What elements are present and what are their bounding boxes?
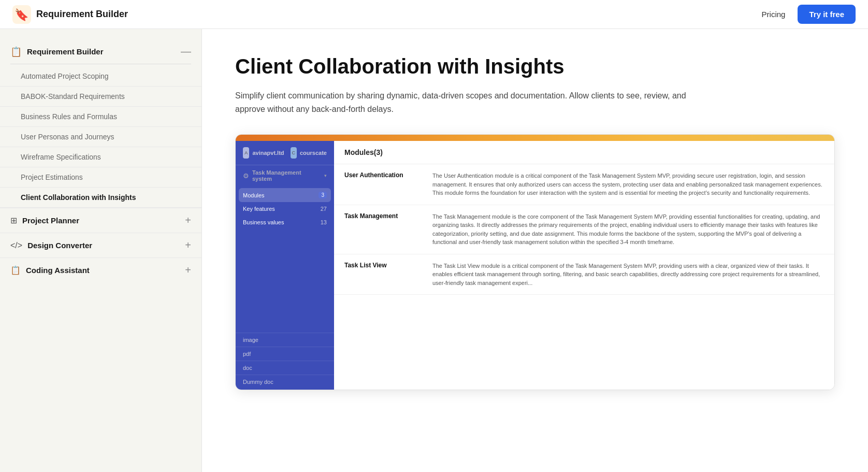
- sidebar-section-design-converter-left: </> Design Converter: [10, 241, 92, 250]
- screenshot-file-pdf[interactable]: pdf: [236, 347, 334, 361]
- screenshot-project-name: Task Management system: [252, 169, 321, 182]
- project-chevron-icon: ▾: [324, 173, 327, 178]
- screenshot-menu-item-business-values-left: Business values: [243, 219, 284, 225]
- page-title: Client Collaboration with Insights: [235, 54, 835, 79]
- module-desc-user-auth: The User Authentication module is a crit…: [422, 164, 834, 205]
- screenshot-menu-item-key-features-left: Key features: [243, 206, 275, 212]
- project-planner-expand-icon[interactable]: +: [185, 214, 191, 226]
- sidebar-header-left: 📋 Requirement Builder: [10, 46, 104, 58]
- sidebar-header-icon: 📋: [10, 46, 22, 58]
- screenshot-modules-header: Modules(3): [334, 141, 834, 164]
- sidebar-item-project-estimations[interactable]: Project Estimations: [0, 167, 201, 188]
- screenshot-menu-business-values-count: 13: [321, 219, 327, 225]
- project-icon: ⚙: [243, 172, 249, 180]
- screenshot-modules-table: User Authentication The User Authenticat…: [334, 164, 834, 295]
- design-converter-expand-icon[interactable]: +: [185, 239, 191, 251]
- screenshot-top-bar-decoration: [236, 135, 834, 141]
- sidebar-collapse-button[interactable]: —: [181, 46, 191, 58]
- screenshot-menu-item-business-values[interactable]: Business values 13: [236, 216, 334, 229]
- pricing-link[interactable]: Pricing: [762, 10, 786, 19]
- module-name-task-list-view: Task List View: [334, 254, 422, 295]
- sidebar-item-business-rules-and-formulas[interactable]: Business Rules and Formulas: [0, 107, 201, 127]
- screenshot-left-sidebar: A avinapvt.ltd C courscate: [236, 141, 334, 390]
- coding-assistant-expand-icon[interactable]: +: [185, 264, 191, 276]
- sidebar: 📋 Requirement Builder — Automated Projec…: [0, 29, 202, 472]
- app-title: Requirement Builder: [36, 9, 128, 20]
- screenshot-menu-modules-label: Modules: [243, 192, 265, 198]
- screenshot-avatar-img-2: C: [291, 147, 297, 159]
- table-row: User Authentication The User Authenticat…: [334, 164, 834, 205]
- screenshot-brand-name-2: courscate: [300, 150, 327, 156]
- module-name-user-auth: User Authentication: [334, 164, 422, 205]
- table-row: Task Management The Task Management modu…: [334, 205, 834, 254]
- top-navigation: 🔖 Requirement Builder Pricing Try it fre…: [0, 0, 868, 29]
- sidebar-section-project-planner-label: Project Planner: [22, 216, 79, 225]
- sidebar-nav-items: Automated Project Scoping BABOK-Standard…: [0, 66, 201, 208]
- sidebar-section-design-converter[interactable]: </> Design Converter +: [0, 233, 201, 258]
- screenshot-right-content: Modules(3) User Authentication The User …: [334, 141, 834, 390]
- screenshot-menu-key-features-label: Key features: [243, 206, 275, 212]
- page-description: Simplify client communication by sharing…: [235, 89, 701, 116]
- app-logo-icon: 🔖: [12, 5, 31, 24]
- screenshot-menu-key-features-count: 27: [321, 206, 327, 212]
- sidebar-section-project-planner-left: ⊞ Project Planner: [10, 216, 79, 225]
- screenshot-file-image[interactable]: image: [236, 333, 334, 347]
- sidebar-divider: [10, 64, 191, 64]
- screenshot-menu-item-modules-left: Modules: [243, 192, 265, 198]
- sidebar-header-title: Requirement Builder: [27, 47, 104, 56]
- sidebar-section-coding-assistant-label: Coding Assistant: [26, 266, 90, 275]
- sidebar-header: 📋 Requirement Builder —: [0, 41, 201, 62]
- screenshot-file-doc[interactable]: doc: [236, 361, 334, 375]
- topnav-right: Pricing Try it free: [762, 5, 856, 24]
- screenshot-files: image pdf doc Dummy doc: [236, 333, 334, 389]
- screenshot-avatar-1: A: [243, 147, 249, 159]
- sidebar-item-babok-standard-requirements[interactable]: BABOK-Standard Requirements: [0, 87, 201, 107]
- main-layout: 📋 Requirement Builder — Automated Projec…: [0, 29, 868, 472]
- sidebar-section-coding-assistant-left: 📋 Coding Assistant: [10, 265, 90, 275]
- main-content: Client Collaboration with Insights Simpl…: [202, 29, 868, 472]
- module-name-task-management: Task Management: [334, 205, 422, 254]
- module-desc-task-management: The Task Management module is the core c…: [422, 205, 834, 254]
- coding-assistant-icon: 📋: [10, 265, 21, 275]
- sidebar-section-coding-assistant[interactable]: 📋 Coding Assistant +: [0, 258, 201, 282]
- sidebar-item-user-personas-and-journeys[interactable]: User Personas and Journeys: [0, 127, 201, 147]
- screenshot-project-selector[interactable]: ⚙ Task Management system ▾: [236, 165, 334, 186]
- screenshot-menu-modules-badge: 3: [319, 192, 327, 198]
- table-row: Task List View The Task List View module…: [334, 254, 834, 295]
- topnav-left: 🔖 Requirement Builder: [12, 5, 128, 24]
- screenshot-file-dummy-doc[interactable]: Dummy doc: [236, 375, 334, 389]
- sidebar-section-design-converter-label: Design Converter: [27, 241, 92, 250]
- module-desc-task-list-view: The Task List View module is a critical …: [422, 254, 834, 295]
- design-converter-icon: </>: [10, 241, 22, 250]
- sidebar-item-client-collaboration-with-insights[interactable]: Client Collaboration with Insights: [0, 188, 201, 208]
- screenshot-brand-name-1: avinapvt.ltd: [252, 150, 284, 156]
- screenshot-avatar-2: C: [291, 147, 297, 159]
- screenshot-menu-item-key-features[interactable]: Key features 27: [236, 202, 334, 216]
- screenshot-menu-business-values-label: Business values: [243, 219, 284, 225]
- screenshot-avatar-img-1: A: [243, 147, 249, 159]
- screenshot-brand-header: A avinapvt.ltd C courscate: [236, 141, 334, 165]
- project-planner-icon: ⊞: [10, 216, 17, 225]
- screenshot-menu-item-modules[interactable]: Modules 3: [239, 188, 331, 202]
- sidebar-item-automated-project-scoping[interactable]: Automated Project Scoping: [0, 66, 201, 87]
- screenshot-layout: A avinapvt.ltd C courscate: [236, 141, 834, 390]
- sidebar-item-wireframe-specifications[interactable]: Wireframe Specifications: [0, 147, 201, 167]
- try-it-free-button[interactable]: Try it free: [798, 5, 856, 24]
- sidebar-section-project-planner[interactable]: ⊞ Project Planner +: [0, 208, 201, 233]
- svg-text:🔖: 🔖: [15, 8, 29, 22]
- feature-screenshot: A avinapvt.ltd C courscate: [235, 134, 835, 390]
- screenshot-menu: Modules 3 Key features 27 Bu: [236, 188, 334, 229]
